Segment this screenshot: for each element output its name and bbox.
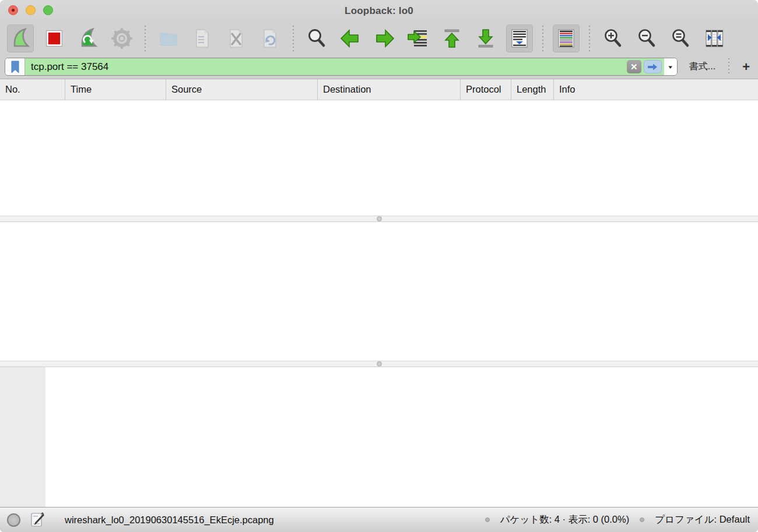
statusbar-separator-dot — [640, 517, 644, 522]
wireshark-fin-icon — [9, 27, 32, 50]
go-to-packet-button[interactable] — [405, 24, 431, 52]
status-bar: wireshark_lo0_20190630145516_EkEcje.pcap… — [0, 507, 758, 532]
document-close-icon — [224, 27, 248, 50]
bookmark-icon — [10, 61, 20, 73]
toolbar-separator — [145, 26, 146, 51]
open-file-button[interactable] — [155, 24, 182, 52]
go-first-packet-button[interactable] — [438, 24, 465, 52]
splitter-grip-icon — [377, 216, 382, 221]
expert-info-circle-icon[interactable] — [7, 513, 20, 527]
column-header-length[interactable]: Length — [511, 79, 554, 100]
column-header-destination[interactable]: Destination — [318, 79, 461, 100]
colored-lines-icon — [555, 27, 578, 50]
filter-apply-button[interactable] — [644, 60, 662, 73]
close-button[interactable] — [8, 5, 18, 15]
display-filter-input[interactable]: tcp.port == 37564 ✕ ▼ — [5, 58, 678, 76]
restart-capture-button[interactable] — [75, 24, 101, 52]
titlebar: Loopback: lo0 — [0, 0, 758, 22]
filter-history-dropdown[interactable]: ▼ — [664, 58, 677, 75]
packet-details-pane[interactable] — [0, 222, 758, 361]
toolbar-separator — [293, 26, 294, 51]
magnifier-plus-icon — [601, 27, 624, 50]
colorize-button[interactable] — [553, 24, 580, 52]
bytes-offset-gutter — [0, 367, 45, 507]
go-forward-button[interactable] — [371, 24, 398, 52]
statusbar-separator-dot — [485, 517, 490, 522]
fin-restart-icon — [76, 27, 100, 50]
document-save-icon — [191, 27, 214, 50]
toolbar-separator — [542, 26, 543, 51]
arrow-into-list-icon — [406, 27, 430, 50]
filter-separator — [728, 58, 729, 76]
traffic-lights — [8, 5, 53, 15]
folder-icon — [157, 27, 180, 50]
resize-columns-icon — [703, 27, 726, 50]
pane-splitter-top[interactable] — [0, 216, 758, 222]
zoom-reset-button[interactable] — [667, 24, 694, 52]
filter-add-button[interactable]: + — [742, 61, 750, 73]
magnifier-equal-icon — [669, 27, 692, 50]
window-title: Loopback: lo0 — [345, 5, 413, 17]
go-last-packet-button[interactable] — [472, 24, 499, 52]
arrow-top-icon — [440, 27, 464, 50]
blue-right-arrow-icon — [647, 64, 658, 71]
pane-splitter-bottom[interactable] — [0, 361, 758, 367]
start-capture-button[interactable] — [7, 24, 34, 52]
arrow-left-icon — [339, 27, 362, 50]
auto-scroll-button[interactable] — [506, 24, 533, 52]
close-file-button[interactable] — [223, 24, 250, 52]
column-header-info[interactable]: Info — [554, 79, 758, 100]
filter-value-area[interactable]: tcp.port == 37564 ✕ — [25, 58, 664, 75]
capture-filename[interactable]: wireshark_lo0_20190630145516_EkEcje.pcap… — [65, 515, 274, 526]
packet-count-stats: パケット数: 4 · 表示: 0 (0.0%) — [500, 513, 630, 526]
document-reload-icon — [258, 27, 282, 50]
profile-label[interactable]: プロファイル: Default — [655, 513, 750, 526]
filter-bookmark-button[interactable] — [5, 58, 25, 75]
resize-columns-button[interactable] — [701, 24, 728, 52]
capture-comment-icon — [30, 512, 45, 528]
go-back-button[interactable] — [337, 24, 364, 52]
zoom-button[interactable] — [43, 5, 53, 15]
filter-clear-button[interactable]: ✕ — [627, 60, 641, 73]
wireshark-window: Loopback: lo0 — [0, 0, 758, 532]
expression-button[interactable]: 書式... — [689, 61, 715, 73]
minimize-button[interactable] — [26, 5, 36, 15]
zoom-in-button[interactable] — [599, 24, 626, 52]
packet-bytes-pane[interactable] — [0, 367, 758, 507]
splitter-grip-icon — [377, 361, 382, 367]
filter-bar: tcp.port == 37564 ✕ ▼ 書式... + — [0, 55, 758, 79]
main-toolbar — [0, 22, 758, 55]
toolbar-separator — [589, 26, 590, 51]
filter-value[interactable]: tcp.port == 37564 — [31, 61, 108, 73]
stop-square-icon — [43, 27, 66, 50]
packet-list-pane[interactable] — [0, 100, 758, 216]
zoom-out-button[interactable] — [633, 24, 660, 52]
reload-file-button[interactable] — [257, 24, 283, 52]
magnifier-minus-icon — [635, 27, 658, 50]
capture-options-button[interactable] — [108, 24, 135, 52]
magnifier-icon — [305, 27, 328, 50]
chevron-down-icon: ▼ — [667, 64, 673, 69]
column-header-no[interactable]: No. — [0, 79, 65, 100]
packet-list-header: No. Time Source Destination Protocol Len… — [0, 79, 758, 100]
column-header-protocol[interactable]: Protocol — [461, 79, 511, 100]
capture-comment-button[interactable] — [30, 512, 45, 528]
column-header-source[interactable]: Source — [166, 79, 318, 100]
save-file-button[interactable] — [189, 24, 216, 52]
column-header-time[interactable]: Time — [65, 79, 166, 100]
stop-capture-button[interactable] — [41, 24, 68, 52]
arrow-right-icon — [373, 27, 396, 50]
gear-icon — [110, 27, 134, 50]
autoscroll-list-icon — [508, 27, 531, 50]
find-packet-button[interactable] — [303, 24, 330, 52]
arrow-bottom-icon — [474, 27, 497, 50]
